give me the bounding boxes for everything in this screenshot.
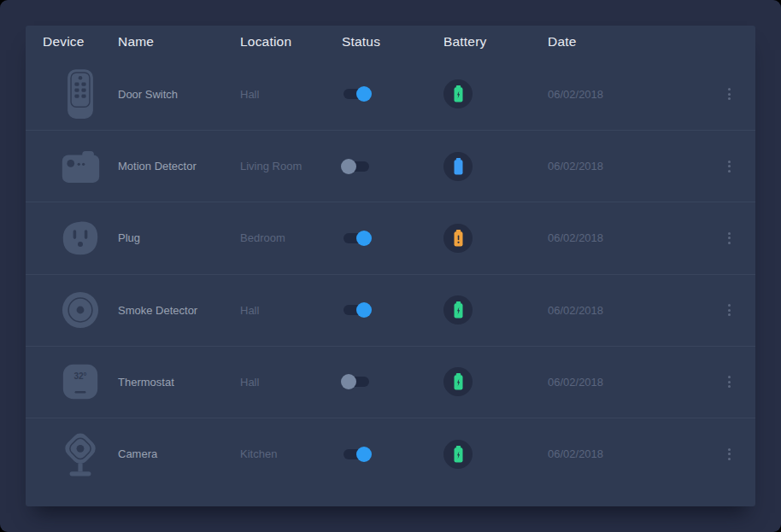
device-row: Door Switch Hall 06/02/2018 (26, 58, 755, 130)
kebab-dot (728, 232, 731, 235)
device-name: Plug (118, 231, 240, 244)
kebab-dot (728, 88, 731, 91)
device-date: 06/02/2018 (548, 304, 719, 317)
device-location: Kitchen (240, 447, 342, 460)
device-table-body: Door Switch Hall 06/02/2018 (26, 58, 755, 489)
device-name: Smoke Detector (118, 304, 240, 317)
camera-icon (61, 430, 100, 479)
device-row: Plug Bedroom 06/02/2018 (26, 202, 755, 273)
kebab-dot (728, 170, 731, 172)
kebab-dot (728, 376, 731, 378)
toggle-knob (356, 86, 372, 102)
more-options-button[interactable] (725, 301, 734, 319)
kebab-dot (728, 237, 731, 239)
remote-icon (62, 67, 98, 121)
battery-icon (453, 85, 464, 102)
device-date: 06/02/2018 (548, 376, 719, 389)
toggle-knob (341, 374, 356, 389)
device-location: Hall (240, 304, 342, 317)
battery-icon (453, 230, 464, 247)
smoke-detector-icon (61, 290, 100, 330)
column-header-location: Location (240, 34, 342, 50)
toggle-knob (341, 159, 356, 174)
kebab-dot (728, 448, 731, 451)
battery-icon (453, 301, 464, 319)
kebab-dot (728, 93, 731, 96)
thermostat-icon (62, 363, 99, 400)
kebab-dot (728, 453, 731, 455)
status-toggle[interactable] (344, 89, 369, 99)
battery-indicator (443, 440, 473, 469)
device-row: Thermostat Hall 06/02/2018 (26, 346, 755, 418)
kebab-dot (728, 161, 731, 163)
device-row: Motion Detector Living Room 06/02/20 (26, 130, 755, 202)
device-name: Motion Detector (118, 160, 240, 172)
device-location: Hall (240, 376, 342, 389)
more-options-button[interactable] (725, 229, 734, 248)
device-row: Smoke Detector Hall 06/02/2018 (26, 274, 755, 346)
kebab-dot (728, 309, 731, 312)
toggle-knob (356, 302, 372, 318)
more-options-button[interactable] (725, 372, 734, 391)
toggle-knob (356, 447, 372, 462)
device-name: Thermostat (118, 376, 240, 389)
kebab-dot (728, 165, 731, 167)
battery-indicator (443, 224, 473, 253)
kebab-dot (728, 385, 731, 388)
device-row: Camera Kitchen 06/02/2018 (26, 418, 755, 489)
toggle-knob (356, 231, 372, 246)
device-location: Hall (240, 88, 342, 101)
smart-home-devices-screen: Device Name Location Status Battery Date… (0, 0, 781, 532)
column-header-battery: Battery (443, 34, 548, 50)
battery-icon (453, 446, 464, 463)
battery-indicator (443, 152, 473, 181)
device-name: Door Switch (118, 88, 240, 101)
kebab-dot (728, 97, 731, 100)
kebab-dot (728, 381, 731, 383)
plug-icon (61, 219, 100, 257)
battery-indicator (443, 79, 473, 108)
status-toggle[interactable] (344, 305, 369, 315)
status-toggle[interactable] (344, 233, 369, 243)
motion-detector-icon (61, 149, 101, 184)
status-toggle[interactable] (344, 377, 369, 387)
device-date: 06/02/2018 (548, 231, 719, 244)
device-location: Bedroom (240, 231, 342, 244)
column-header-date: Date (548, 34, 719, 50)
column-header-status: Status (342, 34, 443, 50)
battery-icon (453, 373, 464, 390)
device-name: Camera (118, 447, 240, 460)
status-toggle[interactable] (344, 161, 369, 172)
more-options-button[interactable] (725, 445, 734, 464)
device-date: 06/02/2018 (548, 88, 719, 101)
status-toggle[interactable] (344, 449, 369, 459)
table-header: Device Name Location Status Battery Date (26, 26, 755, 58)
devices-table-card: Device Name Location Status Battery Date… (26, 26, 755, 506)
device-date: 06/02/2018 (548, 447, 719, 460)
column-header-device: Device (43, 34, 118, 50)
more-options-button[interactable] (725, 157, 734, 176)
kebab-dot (728, 242, 731, 244)
column-header-name: Name (118, 34, 240, 50)
kebab-dot (728, 313, 731, 316)
device-location: Living Room (240, 160, 342, 172)
kebab-dot (728, 458, 731, 460)
more-options-button[interactable] (725, 85, 734, 103)
kebab-dot (728, 304, 731, 307)
device-date: 06/02/2018 (548, 160, 719, 172)
battery-indicator (443, 367, 473, 396)
battery-icon (453, 158, 464, 175)
battery-indicator (443, 295, 473, 324)
